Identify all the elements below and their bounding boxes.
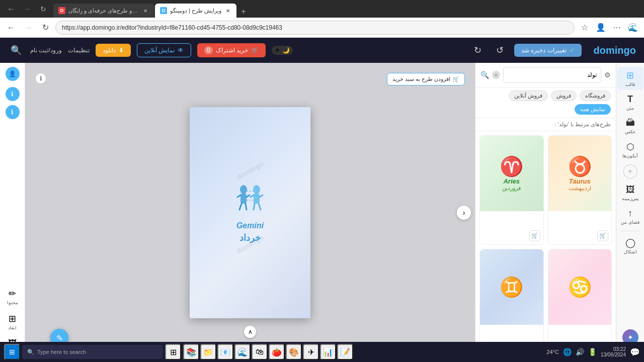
add-to-cart-label: افزودن طرح به سبد خرید <box>392 76 450 82</box>
info-icon-2[interactable]: ℹ <box>6 105 20 119</box>
address-input[interactable] <box>55 21 575 35</box>
browser-reload-btn[interactable]: ↻ <box>36 2 50 16</box>
undo-button[interactable]: ↺ <box>492 42 508 58</box>
panel-search-bar: ⚙ ○ 🔍 <box>475 63 616 87</box>
right-icon-shapes[interactable]: ◯ اشکال <box>617 234 643 257</box>
panel-filter-btn[interactable]: ⚙ <box>604 71 611 79</box>
panel-search-icon[interactable]: 🔍 <box>480 71 489 79</box>
aries-name-latin: Aries <box>503 177 520 185</box>
info-icon-1[interactable]: ℹ <box>6 87 20 101</box>
taurus-figure-icon: ♉ <box>568 155 592 177</box>
template-card-aries[interactable]: ♈ Aries فروردین 🛒 <box>479 135 544 245</box>
dimensions-label: ابعاد <box>8 325 17 330</box>
taskbar-search-placeholder: Type here to search <box>37 349 86 355</box>
right-icon-photo[interactable]: 🏔 عکس <box>617 115 643 137</box>
browser-back-btn[interactable]: ← <box>4 2 18 16</box>
right-icon-icons[interactable]: ⬡ آیکون‌ها <box>617 138 643 161</box>
svg-line-2 <box>237 195 240 197</box>
subscribe-cart-icon: 🛒 <box>251 47 259 54</box>
gemini2-figure-icon: ♊ <box>500 276 523 298</box>
bookmark-icon[interactable]: ☆ <box>578 21 592 35</box>
editor-header: domingo ✓ تغییرات ذخیره شد ↺ ↻ 🌙 ☀ 🛒 خری… <box>0 38 644 63</box>
right-icon-add[interactable]: + <box>623 164 637 178</box>
myspace-icon-label: فضای من <box>621 220 639 225</box>
browser-forward-btn[interactable]: → <box>20 2 34 16</box>
add-to-cart-button[interactable]: 🛒 افزودن طرح به سبد خرید <box>387 73 465 85</box>
address-bar-row: ← → ↻ ☆ 👤 ⋯ 🌊 <box>0 18 644 38</box>
tab2-label: ویرایش طرح | دومینگو <box>170 8 221 14</box>
taskbar-excel-btn[interactable]: 📊 <box>320 344 336 360</box>
taskbar-file-btn[interactable]: 📁 <box>200 344 216 360</box>
taskbar-pomodoro-btn[interactable]: 🍅 <box>269 344 285 360</box>
redo-button[interactable]: ↻ <box>470 42 486 58</box>
profile-icon[interactable]: 👤 <box>594 21 608 35</box>
save-label: تغییرات ذخیره شد <box>521 47 567 54</box>
settings-label: تنظیمات <box>68 47 90 54</box>
settings-button[interactable]: تنظیمات <box>68 47 90 54</box>
tab1-close[interactable]: ✕ <box>142 7 149 14</box>
cancer-template-image: ♋ <box>548 249 612 325</box>
browser-tab-2[interactable]: D ویرایش طرح | دومینگو ✕ <box>155 4 236 18</box>
sidebar-item-content[interactable]: ✏ محتوا <box>2 285 24 308</box>
editor-wrapper: domingo ✓ تغییرات ذخیره شد ↺ ↻ 🌙 ☀ 🛒 خری… <box>0 38 644 362</box>
cart-icon: 🛒 <box>452 76 459 82</box>
temperature-display: 24°C <box>546 349 559 355</box>
forward-button[interactable]: → <box>21 21 35 35</box>
svg-line-5 <box>246 204 247 210</box>
new-tab-button[interactable]: + <box>237 6 250 18</box>
panel-search-input[interactable] <box>503 67 601 83</box>
text-icon-label: متن <box>626 106 634 111</box>
theme-toggle[interactable]: 🌙 ☀ <box>272 46 293 55</box>
taskbar-outlook-btn[interactable]: 📧 <box>217 344 233 360</box>
subscribe-button[interactable]: 🛒 خرید اشتراک 0 <box>197 43 266 57</box>
content-icon: ✏ <box>9 288 16 299</box>
taskbar-chrome-btn[interactable]: 📚 <box>183 344 199 360</box>
svg-line-8 <box>251 195 254 197</box>
start-button[interactable]: ⊞ <box>4 344 20 360</box>
right-icon-template[interactable]: ⊞ قالب <box>617 67 643 90</box>
right-icon-myspace[interactable]: ↑ فضای من <box>617 205 643 228</box>
template-cart-btn-taurus[interactable]: 🛒 <box>597 230 608 241</box>
moon-icon: 🌙 <box>282 47 290 54</box>
filter-tag-shop[interactable]: فروشگاه <box>580 90 611 101</box>
canvas-bottom-toggle[interactable]: ∧ <box>244 326 256 338</box>
preview-button[interactable]: 👁 نمایش آنلاین <box>137 43 191 57</box>
more-icon[interactable]: ⋯ <box>610 21 624 35</box>
taskbar-telegram-btn[interactable]: ✈ <box>303 344 319 360</box>
icons-icon-label: آیکون‌ها <box>622 153 638 158</box>
reload-button[interactable]: ↻ <box>38 21 52 35</box>
back-button[interactable]: ← <box>4 21 18 35</box>
taskbar-paint-btn[interactable]: 🎨 <box>286 344 302 360</box>
right-icon-background[interactable]: 🖼 پس‌زمینه <box>617 182 643 204</box>
svg-point-0 <box>240 185 247 194</box>
taskbar-edge-btn[interactable]: 🌊 <box>234 344 251 360</box>
canvas-next-arrow[interactable]: › <box>457 206 471 220</box>
sidebar-item-dimensions[interactable]: ⊞ ابعاد <box>2 310 24 333</box>
filter-tag-sale[interactable]: فروش <box>551 90 577 101</box>
dimensions-icon: ⊞ <box>9 313 16 324</box>
right-icon-bar: ⊞ قالب T متن 🏔 عکس ⬡ آیکون‌ها + 🖼 پس‌زمی… <box>616 63 644 362</box>
show-all-btn[interactable]: نمایش همه <box>575 104 611 115</box>
template-card-taurus[interactable]: ♉ Taurus اردیبهشت 🛒 <box>548 135 612 245</box>
login-button[interactable]: ورود/ثبت نام <box>30 47 62 54</box>
task-view-btn[interactable]: ⊞ <box>165 344 181 360</box>
taskbar-search[interactable]: 🔍 Type here to search <box>22 345 163 359</box>
taskbar-word-btn[interactable]: 📝 <box>337 344 353 360</box>
notification-btn[interactable]: 💬 <box>630 347 640 357</box>
svg-rect-7 <box>254 194 260 204</box>
search-header-icon[interactable]: 🔍 <box>8 42 24 58</box>
user-avatar: 👤 <box>6 67 20 81</box>
template-cart-btn-aries[interactable]: 🛒 <box>529 230 540 241</box>
taskbar-time-display: 03:22 13/06/2024 <box>601 346 626 357</box>
edge-icon[interactable]: 🌊 <box>626 21 640 35</box>
editor-body: 👤 ℹ ℹ ✏ محتوا ⊞ ابعاد 🖼 پس‌زمینه ℹ 🛒 افز… <box>0 63 644 362</box>
download-button[interactable]: ⬇ دانلود <box>96 44 131 57</box>
taskbar-store-btn[interactable]: 🛍 <box>252 344 268 360</box>
right-icon-text[interactable]: T متن <box>617 91 643 114</box>
browser-tab-1[interactable]: D قالب‌ها و طرح‌های حرفه‌ای و رایگان ✕ <box>53 4 154 18</box>
aries-template-image: ♈ Aries فروردین <box>480 136 543 211</box>
canvas-info-btn[interactable]: ℹ <box>35 73 46 84</box>
filter-tag-online[interactable]: فروش آنلاین <box>509 90 548 101</box>
tab2-close[interactable]: ✕ <box>224 7 231 14</box>
save-button[interactable]: ✓ تغییرات ذخیره شد <box>514 44 582 57</box>
